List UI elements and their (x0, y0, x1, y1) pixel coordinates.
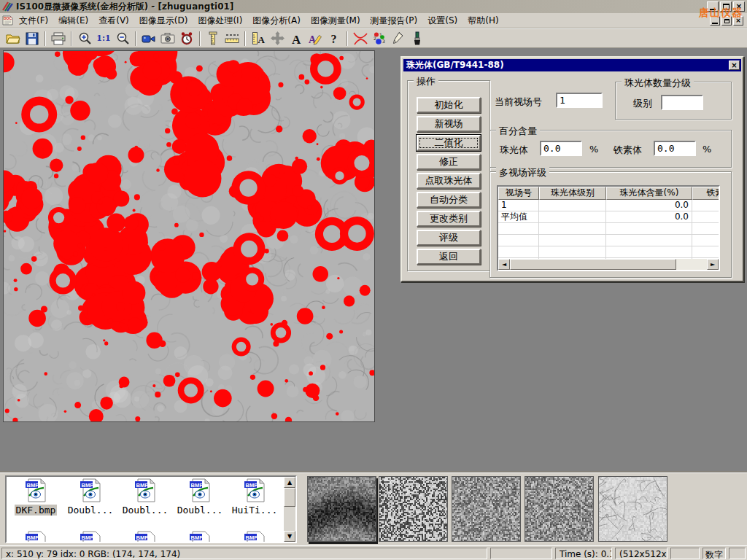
brush-button[interactable] (408, 30, 427, 47)
return-button[interactable]: 返回 (417, 249, 481, 265)
save-button[interactable] (23, 30, 42, 47)
thumbnail-3[interactable] (452, 476, 521, 542)
pearlite-dialog: 珠光体(GB/T9441-88) × 操作 初始化 新视场 二值化 修正 点取珠… (400, 56, 744, 282)
help-button[interactable]: ? (325, 30, 344, 47)
file-item[interactable]: BMP Doubl... (63, 478, 117, 516)
maximize-button[interactable] (720, 1, 732, 12)
file-item[interactable]: BMP Doubl... (118, 478, 172, 516)
auto-classify-button[interactable]: 自动分类 (417, 192, 481, 208)
menu-edit[interactable]: 编辑(E) (53, 12, 93, 29)
svg-text:BMP: BMP (191, 482, 204, 489)
correct-button[interactable]: 修正 (417, 154, 481, 170)
file-item[interactable]: BMP (118, 531, 172, 543)
dialog-title: 珠光体(GB/T9441-88) (406, 59, 504, 71)
menu-report[interactable]: 测量报告(P) (365, 12, 423, 29)
clock-icon (179, 31, 194, 46)
text-button[interactable]: A (287, 30, 306, 47)
count-points-button[interactable]: 123 (370, 30, 389, 47)
scroll-down-button[interactable]: ▼ (284, 531, 295, 542)
table-row[interactable]: 1 0.0 (498, 200, 719, 211)
timer-button[interactable] (177, 30, 196, 47)
pan-button[interactable] (268, 30, 287, 47)
table-horizontal-scrollbar[interactable]: ◄ ► (498, 259, 719, 270)
zoom-in-button[interactable] (75, 30, 94, 47)
pearlite-percent-input[interactable]: 0.0 (540, 141, 582, 156)
ferrite-label: 铁素体 (614, 144, 642, 157)
dialog-close-button[interactable]: × (729, 61, 740, 70)
dialog-title-bar[interactable]: 珠光体(GB/T9441-88) (403, 59, 741, 71)
pen-button[interactable] (389, 30, 408, 47)
scroll-left-button[interactable]: ◄ (498, 259, 510, 270)
mode-status: 数字 (703, 548, 726, 559)
col-pearlite-content: 珠光体含量(%) (606, 187, 692, 200)
file-name: Doubl... (121, 505, 170, 516)
file-item[interactable]: BMP Doubl... (173, 478, 227, 516)
table-row[interactable]: 平均值 0.0 (498, 211, 719, 223)
pick-pearlite-button[interactable]: 点取珠光体 (417, 173, 481, 189)
thumbnail-2[interactable] (379, 476, 448, 542)
camera-capture-button[interactable] (158, 30, 177, 47)
menu-settings[interactable]: 设置(S) (422, 12, 462, 29)
bmp-file-icon: BMP (134, 478, 156, 502)
zoom-out-button[interactable] (113, 30, 132, 47)
menu-help[interactable]: 帮助(H) (462, 12, 503, 29)
scroll-up-button[interactable]: ▲ (284, 477, 295, 488)
menu-image-display[interactable]: 图像显示(D) (134, 12, 193, 29)
micrograph-image[interactable] (3, 50, 375, 422)
video-capture-button[interactable] (139, 30, 158, 47)
file-item[interactable]: BMP (173, 531, 227, 543)
menu-image-analysis[interactable]: 图像分析(A) (247, 12, 306, 29)
open-button[interactable] (4, 30, 23, 47)
svg-text:BMP: BMP (82, 534, 94, 541)
video-camera-icon (142, 33, 156, 44)
file-item[interactable]: BMP (63, 531, 117, 543)
grade-button[interactable]: 评级 (417, 230, 481, 246)
vertical-ruler-button[interactable] (204, 30, 222, 47)
cell (692, 211, 719, 223)
close-button[interactable]: × (733, 1, 745, 12)
mdi-close-button[interactable]: × (733, 16, 743, 26)
file-item[interactable]: BMP (9, 531, 63, 543)
menu-file[interactable]: 文件(F) (14, 12, 53, 29)
cell (539, 200, 606, 211)
mdi-minimize-button[interactable] (710, 16, 720, 26)
camera-icon (160, 32, 175, 44)
annotate-button[interactable]: A (306, 30, 325, 47)
svg-text:BMP: BMP (246, 482, 258, 489)
initialize-button[interactable]: 初始化 (417, 97, 481, 113)
scrollbar-thumb[interactable] (284, 488, 295, 507)
change-class-button[interactable]: 更改类别 (417, 211, 481, 227)
menu-view[interactable]: 查看(V) (93, 12, 134, 29)
mdi-restore-button[interactable] (721, 16, 732, 26)
binarize-button[interactable]: 二值化 (417, 135, 481, 151)
menu-image-process[interactable]: 图像处理(I) (193, 12, 247, 29)
current-view-input[interactable]: 1 (556, 93, 603, 108)
cell: 0.0 (606, 200, 692, 211)
minimize-button[interactable] (707, 1, 719, 12)
scroll-right-button[interactable]: ► (707, 259, 719, 270)
thumbnail-1[interactable] (307, 476, 376, 542)
thumbnail-4[interactable] (525, 476, 594, 542)
horizontal-ruler-button[interactable] (222, 30, 241, 47)
level-input[interactable] (661, 95, 703, 110)
menu-image-measure[interactable]: 图像测量(M) (306, 12, 365, 29)
table-row-empty (498, 246, 719, 258)
bmp-file-icon: BMP (189, 478, 211, 502)
file-item[interactable]: BMP DKF.bmp (9, 478, 63, 516)
print-button[interactable] (49, 30, 68, 47)
calibration-button[interactable]: A (249, 30, 268, 47)
curve-measure-button[interactable] (351, 30, 370, 47)
actual-size-button[interactable]: 1:1 (94, 30, 113, 47)
document-icon[interactable]: DOC (2, 15, 14, 26)
file-item[interactable]: BMP HuiTi... (228, 478, 282, 516)
file-item[interactable]: BMP (228, 531, 282, 543)
percent-group: 百分含量 珠光体 0.0 % 铁素体 0.0 % (489, 130, 732, 168)
file-list-scrollbar[interactable]: ▲ ▼ (284, 477, 295, 542)
ferrite-percent-input[interactable]: 0.0 (654, 141, 696, 156)
new-field-button[interactable]: 新视场 (417, 116, 481, 132)
vertical-ruler-icon (206, 31, 220, 45)
minimize-icon (710, 9, 716, 10)
svg-text:BMP: BMP (136, 482, 149, 489)
scrollbar-thumb[interactable] (510, 259, 676, 270)
thumbnail-5[interactable] (598, 476, 667, 542)
